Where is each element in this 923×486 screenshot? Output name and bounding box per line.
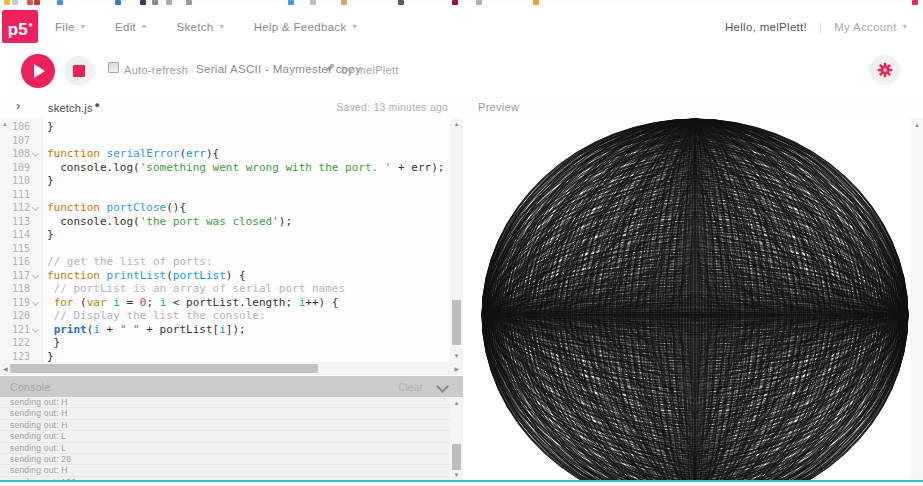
console-vscroll-thumb[interactable]	[452, 444, 461, 470]
code-line[interactable]: 117function printList(portList) {	[0, 269, 449, 283]
console-collapse-chevron-icon[interactable]	[436, 380, 449, 393]
menu-label: File	[55, 21, 75, 33]
code-line[interactable]: 110}	[0, 174, 449, 188]
bookmark-favicon[interactable]	[398, 0, 404, 5]
code-line[interactable]: 118 // portList is an array of serial po…	[0, 282, 449, 296]
fold-chevron-icon[interactable]	[32, 204, 39, 211]
fold-chevron-icon[interactable]	[32, 150, 39, 157]
console-clear-button[interactable]: Clear	[398, 381, 423, 393]
bookmark-favicon[interactable]	[57, 0, 63, 5]
line-number: 113	[0, 215, 30, 229]
edit-title-pencil-icon[interactable]: ✎	[323, 63, 336, 72]
code-line[interactable]: 109 console.log('something went wrong wi…	[0, 161, 449, 175]
menu-help-feedback[interactable]: Help & Feedback▾	[254, 21, 357, 33]
stop-button[interactable]	[64, 56, 94, 86]
bookmark-favicon[interactable]	[166, 0, 172, 5]
code-line[interactable]: 107	[0, 134, 449, 148]
bookmark-favicon[interactable]	[310, 0, 316, 5]
p5js-web-editor: p5* File▾Edit▾Sketch▾Help & Feedback▾ He…	[0, 0, 923, 486]
scroll-up-icon[interactable]: ▲	[450, 121, 463, 127]
my-account-label: My Account	[834, 21, 896, 33]
code-line[interactable]: 122 }	[0, 336, 449, 350]
bookmark-favicon[interactable]	[476, 0, 482, 5]
line-number: 109	[0, 161, 30, 175]
scroll-down-icon[interactable]: ▼	[450, 353, 463, 359]
code-line[interactable]: 112function portClose(){	[0, 201, 449, 215]
code-line[interactable]: 108function serialError(err){	[0, 147, 449, 161]
bookmark-favicon[interactable]	[4, 0, 10, 5]
play-icon	[34, 64, 45, 78]
line-number: 121	[0, 323, 30, 337]
console-header[interactable]: Console Clear	[0, 376, 463, 397]
fold-chevron-icon[interactable]	[32, 325, 39, 332]
auto-refresh-label: Auto-refresh	[124, 64, 188, 76]
pane-header-row: › sketch.js● Saved: 13 minutes ago Previ…	[0, 96, 923, 118]
my-account-menu[interactable]: My Account▾	[834, 21, 907, 33]
code-line[interactable]: 106}	[0, 120, 449, 134]
code-editor[interactable]: ▲ 106}107108function serialError(err){10…	[0, 118, 449, 362]
console-scroll-up-icon[interactable]: ▲	[450, 400, 463, 406]
editor-vertical-scrollbar[interactable]: ▲ ▼	[450, 118, 463, 362]
console-entry: sending out: H	[0, 465, 450, 476]
console-entry-text: sending out: H	[10, 465, 68, 475]
preview-vertical-scrollbar[interactable]: ▲	[911, 118, 923, 480]
scroll-left-icon[interactable]: ◀	[3, 365, 8, 372]
code-line[interactable]: 113 console.log('the port was closed');	[0, 215, 449, 229]
scroll-right-icon[interactable]: ▶	[454, 365, 459, 372]
p5-logo[interactable]: p5*	[2, 10, 38, 43]
code-line[interactable]: 119 for (var i = 0; i < portList.length;…	[0, 296, 449, 310]
bookmark-favicon[interactable]	[34, 0, 40, 5]
menu-label: Edit	[115, 21, 136, 33]
line-number: 111	[0, 188, 30, 202]
console-entry: sending out: H	[0, 397, 450, 408]
code-text: }	[47, 228, 54, 242]
console-scroll-down-icon[interactable]: ▼	[450, 472, 463, 478]
play-button[interactable]	[21, 54, 55, 88]
file-tab-sketchjs[interactable]: sketch.js●	[48, 100, 100, 114]
bookmark-favicon[interactable]	[12, 0, 18, 5]
code-text: }	[47, 174, 54, 188]
console-entry-text: sending out: H	[10, 408, 68, 418]
console-vertical-scrollbar[interactable]: ▲ ▼	[450, 397, 463, 480]
auto-refresh-checkbox[interactable]	[108, 62, 119, 73]
nav-right: Hello, melPlett! | My Account▾	[725, 6, 907, 47]
settings-button[interactable]	[870, 55, 900, 85]
bookmark-favicon[interactable]	[533, 0, 539, 5]
bookmark-favicon[interactable]	[152, 0, 158, 5]
line-number: 122	[0, 336, 30, 350]
fold-chevron-icon[interactable]	[32, 298, 39, 305]
sidebar-expand-chevron[interactable]: ›	[16, 98, 20, 113]
editor-hscroll-thumb[interactable]	[10, 364, 318, 373]
line-number: 118	[0, 282, 30, 296]
stop-icon	[73, 65, 85, 77]
bookmark-favicon[interactable]	[288, 0, 294, 5]
code-text: }	[47, 336, 60, 350]
bookmark-favicon[interactable]	[912, 0, 918, 5]
code-line[interactable]: 111	[0, 188, 449, 202]
code-text: // get the list of ports:	[47, 255, 213, 269]
code-text: // Display the list the console:	[47, 309, 266, 323]
code-line[interactable]: 116// get the list of ports:	[0, 255, 449, 269]
bookmark-favicon[interactable]	[186, 0, 192, 5]
code-line[interactable]: 121 print(i + " " + portList[i]);	[0, 323, 449, 337]
code-text: console.log('the port was closed');	[47, 215, 292, 229]
sketch-title[interactable]: Serial ASCII - Maymester copy	[196, 63, 361, 75]
code-text: function printList(portList) {	[47, 269, 246, 283]
preview-scroll-up-icon[interactable]: ▲	[911, 122, 923, 128]
bookmark-favicon[interactable]	[27, 0, 33, 5]
bookmark-favicon[interactable]	[341, 0, 347, 5]
menu-sketch[interactable]: Sketch▾	[176, 21, 223, 33]
code-line[interactable]: 120 // Display the list the console:	[0, 309, 449, 323]
menu-file[interactable]: File▾	[55, 21, 85, 33]
line-number: 115	[0, 242, 30, 256]
code-line[interactable]: 115	[0, 242, 449, 256]
bookmark-favicon[interactable]	[115, 0, 121, 5]
editor-horizontal-scrollbar[interactable]: ◀ ▶	[0, 362, 463, 375]
editor-vscroll-thumb[interactable]	[452, 300, 461, 345]
bookmark-favicon[interactable]	[140, 0, 146, 5]
bookmark-favicon[interactable]	[452, 0, 458, 5]
menu-edit[interactable]: Edit▾	[115, 21, 146, 33]
code-line[interactable]: 123}	[0, 350, 449, 363]
fold-chevron-icon[interactable]	[32, 271, 39, 278]
code-line[interactable]: 114}	[0, 228, 449, 242]
